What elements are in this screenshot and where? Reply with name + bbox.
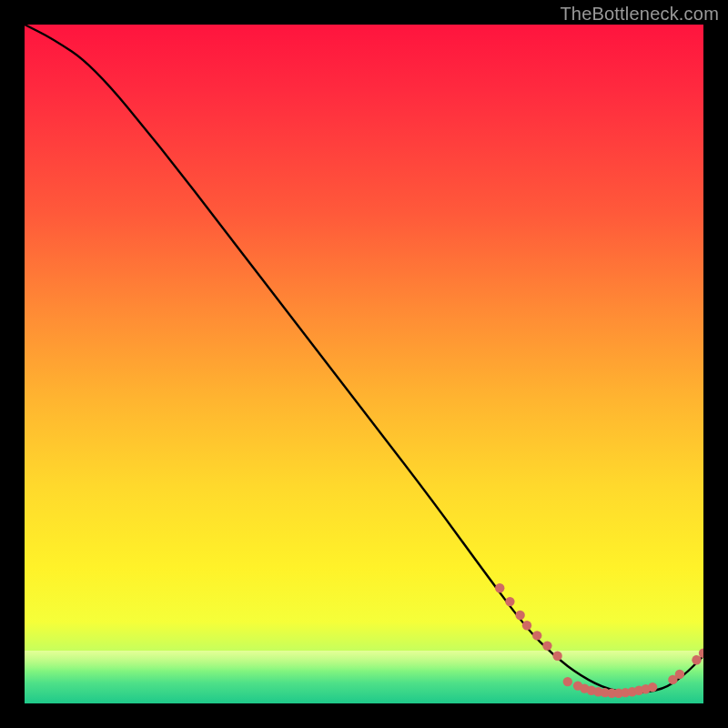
data-dot — [692, 655, 701, 664]
data-dot — [563, 677, 572, 686]
chart-frame: TheBottleneck.com — [0, 0, 728, 728]
chart-svg — [25, 25, 703, 703]
data-dot — [515, 611, 524, 620]
plot-area — [25, 25, 703, 703]
watermark-label: TheBottleneck.com — [560, 4, 719, 25]
data-dot — [522, 621, 531, 630]
data-dots — [495, 583, 703, 698]
bottleneck-curve — [25, 25, 703, 693]
data-dot — [648, 682, 657, 692]
data-dot — [552, 652, 561, 661]
data-dot — [495, 583, 504, 592]
data-dot — [532, 631, 541, 640]
data-dot — [505, 597, 514, 606]
data-dot — [675, 670, 684, 679]
data-dot — [542, 641, 551, 650]
